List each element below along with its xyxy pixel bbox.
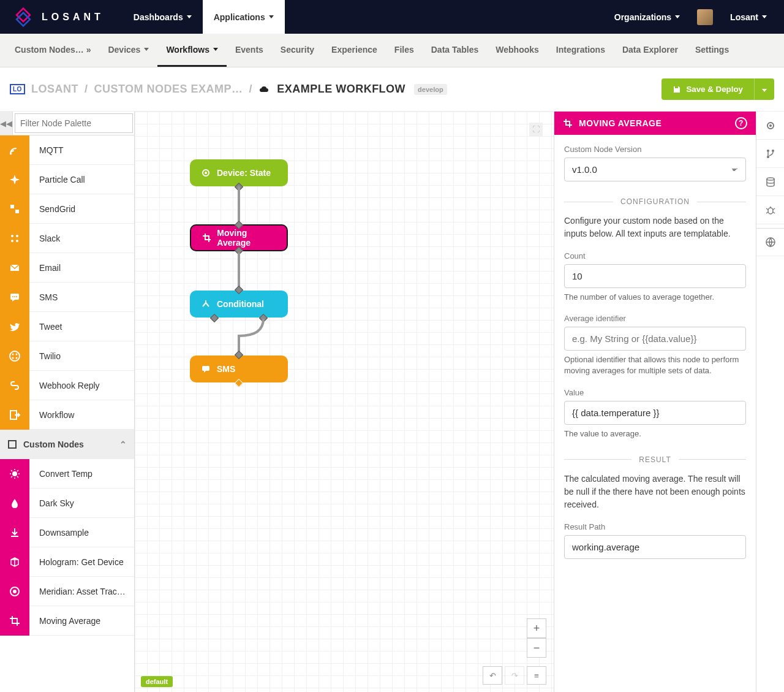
save-deploy-button[interactable]: Save & Deploy	[662, 78, 754, 100]
properties-header: MOVING AVERAGE ?	[554, 112, 756, 135]
zoom-out-button[interactable]: −	[527, 638, 546, 658]
node-device-state[interactable]: Device: State	[190, 159, 288, 186]
subnav-data-tables[interactable]: Data Tables	[423, 34, 488, 67]
gear-icon	[201, 168, 211, 178]
chevron-up-icon: ⌃	[119, 439, 127, 449]
palette-node-tweet[interactable]: Tweet	[0, 312, 134, 341]
palette-node-webhook-reply[interactable]: Webhook Reply	[0, 371, 134, 400]
palette-section-custom-nodes[interactable]: Custom Nodes ⌃	[0, 430, 134, 459]
nav-dashboards[interactable]: Dashboards	[123, 0, 203, 34]
meridian-icon	[9, 585, 21, 598]
svg-point-12	[12, 353, 14, 355]
undo-button[interactable]: ↶	[483, 666, 502, 685]
sun-icon	[9, 468, 21, 480]
value-label: Value	[564, 388, 746, 397]
mqtt-icon	[9, 144, 21, 156]
subnav-custom-nodes[interactable]: Custom Nodes… »	[6, 34, 99, 67]
expand-icon[interactable]: ⛶	[529, 123, 543, 136]
rail-storage[interactable]	[756, 168, 784, 196]
count-input[interactable]	[564, 264, 746, 288]
svg-rect-1	[15, 210, 19, 213]
config-description: Configure your custom node based on the …	[564, 215, 746, 240]
input-port[interactable]	[235, 286, 243, 294]
version-select[interactable]: v1.0.0	[564, 158, 746, 181]
filter-palette-input[interactable]	[15, 113, 133, 133]
palette-node-email[interactable]: Email	[0, 253, 134, 283]
palette-node-hologram[interactable]: Hologram: Get Device	[0, 547, 134, 577]
subnav-settings[interactable]: Settings	[687, 34, 737, 67]
svg-point-2	[11, 235, 13, 237]
palette-node-sendgrid[interactable]: SendGrid	[0, 194, 134, 224]
chevron-down-icon	[269, 15, 274, 18]
subnav-data-explorer[interactable]: Data Explorer	[614, 34, 687, 67]
palette-node-twilio[interactable]: Twilio	[0, 341, 134, 371]
subnav-workflows[interactable]: Workflows	[157, 34, 227, 67]
config-section-divider: CONFIGURATION	[564, 197, 746, 206]
wire	[236, 317, 266, 356]
version-badge[interactable]: default	[141, 676, 173, 687]
subnav-webhooks[interactable]: Webhooks	[487, 34, 548, 67]
svg-rect-23	[202, 366, 209, 371]
rail-globe[interactable]	[756, 228, 784, 256]
palette-header: ◀◀	[0, 112, 134, 135]
collapse-palette-button[interactable]: ◀◀	[0, 112, 13, 135]
chevron-down-icon	[762, 89, 767, 92]
svg-point-9	[14, 296, 15, 297]
menu-button[interactable]: ≡	[527, 666, 546, 685]
topbar-right: Organizations Losant	[609, 9, 772, 25]
palette-list: MQTT Particle Call SendGrid Slack Email …	[0, 135, 134, 692]
droplet-icon	[9, 497, 21, 509]
palette-node-dark-sky[interactable]: Dark Sky	[0, 489, 134, 518]
breadcrumb-org[interactable]: LOSANT	[31, 83, 78, 96]
subnav-events[interactable]: Events	[227, 34, 272, 67]
subnav-files[interactable]: Files	[386, 34, 423, 67]
subnav-experience[interactable]: Experience	[323, 34, 386, 67]
redo-button[interactable]: ↷	[505, 666, 524, 685]
chevron-down-icon	[144, 48, 149, 51]
org-badge[interactable]: LO	[10, 84, 25, 94]
nav-applications[interactable]: Applications	[203, 0, 285, 34]
palette-node-convert-temp[interactable]: Convert Temp	[0, 459, 134, 489]
svg-point-14	[12, 357, 14, 359]
branch-badge[interactable]: develop	[414, 84, 447, 95]
subnav-integrations[interactable]: Integrations	[548, 34, 614, 67]
palette-node-slack[interactable]: Slack	[0, 224, 134, 253]
resultpath-input[interactable]	[564, 535, 746, 559]
subnav-security[interactable]: Security	[272, 34, 323, 67]
zoom-in-button[interactable]: +	[527, 618, 546, 638]
nav-organizations[interactable]: Organizations	[609, 12, 685, 22]
avgid-input[interactable]	[564, 327, 746, 351]
palette-node-moving-average[interactable]: Moving Average	[0, 606, 134, 636]
properties-panel: MOVING AVERAGE ? Custom Node Version v1.…	[554, 112, 756, 692]
node-sms[interactable]: SMS	[190, 356, 288, 382]
palette-node-meridian[interactable]: Meridian: Asset Trac…	[0, 577, 134, 606]
save-dropdown-button[interactable]	[754, 78, 774, 100]
palette-node-particle[interactable]: Particle Call	[0, 165, 134, 194]
output-port[interactable]	[235, 379, 243, 387]
slack-icon	[9, 232, 21, 245]
rail-versions[interactable]	[756, 140, 784, 168]
palette-node-workflow[interactable]: Workflow	[0, 400, 134, 430]
logo[interactable]: LOSANT	[12, 6, 104, 28]
svg-point-26	[767, 150, 769, 152]
download-icon	[9, 527, 21, 539]
breadcrumb-app[interactable]: CUSTOM NODES EXAMP…	[94, 83, 243, 96]
palette-node-mqtt[interactable]: MQTT	[0, 135, 134, 165]
palette-node-sms[interactable]: SMS	[0, 283, 134, 312]
canvas-toolbar: ↶ ↷ ≡	[483, 666, 546, 685]
breadcrumb-workflow: EXAMPLE WORKFLOW	[277, 83, 405, 96]
node-conditional[interactable]: Conditional	[190, 291, 288, 317]
chevron-down-icon	[675, 15, 680, 18]
subnav-devices[interactable]: Devices	[99, 34, 157, 67]
resultpath-label: Result Path	[564, 522, 746, 531]
workflow-canvas[interactable]: ⛶ Device: State Moving Average Condition…	[135, 112, 554, 692]
nav-user[interactable]: Losant	[725, 12, 772, 22]
avatar[interactable]	[697, 9, 713, 25]
palette-node-downsample[interactable]: Downsample	[0, 518, 134, 547]
output-port-false[interactable]	[210, 314, 219, 322]
help-icon[interactable]: ?	[735, 117, 747, 129]
node-moving-average[interactable]: Moving Average	[190, 224, 288, 251]
value-input[interactable]	[564, 401, 746, 425]
rail-settings[interactable]	[756, 112, 784, 140]
rail-debug[interactable]	[756, 196, 784, 224]
